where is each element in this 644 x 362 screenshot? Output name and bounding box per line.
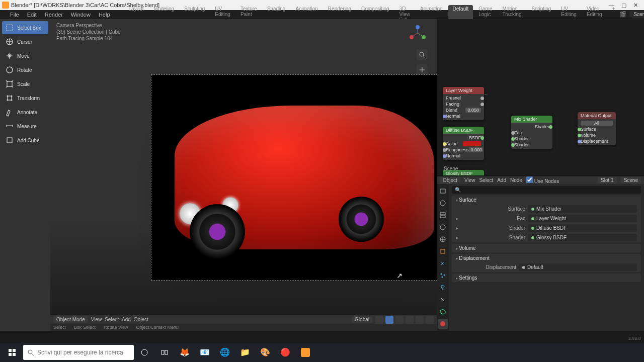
section-volume[interactable]: Volume — [452, 244, 641, 252]
tab-viewlayer[interactable] — [438, 210, 448, 220]
tab-particles[interactable] — [438, 270, 448, 281]
node-diffuse-bsdf[interactable]: Diffuse BSDF BSDF Color Roughness0.000 N… — [443, 127, 484, 160]
viewport-3d[interactable]: Camera Perspective (39) Scene Collection… — [50, 19, 437, 331]
fac-value[interactable]: Layer Weight — [528, 215, 637, 222]
app-icon-4[interactable]: 📁 — [235, 344, 255, 360]
status-boxselect: Box Select — [74, 325, 96, 330]
use-nodes-checkbox[interactable]: Use Nodes — [526, 176, 559, 184]
shading-wire-button[interactable] — [375, 316, 383, 324]
zoom-icon[interactable] — [417, 49, 428, 60]
taskbar-search[interactable] — [23, 345, 134, 360]
tab-output[interactable] — [438, 198, 448, 208]
menu-edit[interactable]: Edit — [23, 12, 41, 18]
node-header[interactable]: Mix Shader — [511, 116, 552, 123]
shader2-value[interactable]: Glossy BSDF — [528, 234, 637, 241]
svg-point-25 — [440, 225, 445, 230]
pause-button[interactable] — [426, 316, 434, 324]
tab-data[interactable] — [438, 307, 448, 317]
menu-window[interactable]: Window — [67, 12, 95, 18]
tool-icon — [5, 79, 14, 88]
svg-rect-40 — [162, 350, 164, 354]
node-layer-weight[interactable]: Layer Weight Fresnel Facing Blend0.050 N… — [443, 87, 484, 120]
node-header[interactable]: Diffuse BSDF — [443, 127, 484, 134]
tab-physics[interactable] — [438, 283, 448, 293]
tab-material[interactable] — [438, 319, 448, 329]
tab-render[interactable] — [438, 186, 448, 196]
svg-rect-0 — [7, 25, 13, 31]
orientation-selector[interactable]: Global — [352, 316, 372, 323]
app-blender-icon[interactable] — [296, 344, 315, 360]
menu-help[interactable]: Help — [95, 12, 114, 18]
section-surface[interactable]: Surface — [452, 196, 641, 204]
diffuse-color-swatch[interactable] — [463, 141, 481, 146]
menu-file[interactable]: File — [6, 12, 23, 18]
svg-rect-33 — [9, 349, 12, 352]
rendered-car — [175, 106, 435, 249]
tool-measure[interactable]: Measure — [2, 120, 48, 133]
close-button[interactable]: ✕ — [633, 2, 638, 9]
shading-matpreview-button[interactable] — [395, 316, 404, 324]
svg-rect-34 — [13, 349, 16, 352]
tab-scene[interactable] — [438, 222, 448, 232]
pan-icon[interactable] — [417, 64, 428, 75]
ne-menu-select[interactable]: Select — [479, 177, 493, 183]
surface-shader-value[interactable]: Mix Shader — [528, 205, 637, 213]
ne-menu-node[interactable]: Node — [510, 177, 522, 183]
node-editor[interactable]: Layer Weight Fresnel Facing Blend0.050 N… — [437, 19, 644, 176]
vp-menu-add[interactable]: Add — [122, 317, 131, 322]
tab-constraints[interactable] — [438, 295, 448, 305]
tool-cursor[interactable]: Cursor — [2, 35, 48, 48]
properties-search[interactable] — [452, 186, 641, 194]
output-target[interactable]: All — [581, 121, 613, 126]
shader1-value[interactable]: Diffuse BSDF — [528, 224, 637, 232]
shading-solid-button[interactable] — [385, 316, 393, 324]
vp-line2: (39) Scene Collection | Cube — [56, 29, 121, 35]
scene-selector[interactable]: Scene — [629, 11, 644, 18]
tool-select-box[interactable]: Select Box — [2, 21, 48, 34]
section-displacement[interactable]: Displacement — [452, 254, 641, 262]
svg-point-30 — [442, 277, 443, 278]
tool-rotate[interactable]: Rotate — [2, 63, 48, 76]
ne-menu-add[interactable]: Add — [497, 177, 506, 183]
slot-selector[interactable]: Slot 1 — [598, 177, 617, 184]
node-mix-shader[interactable]: Mix Shader Shader Fac Shader Shader — [511, 116, 552, 149]
section-settings[interactable]: Settings — [452, 274, 641, 282]
nav-gizmo[interactable] — [408, 23, 428, 43]
app-icon-2[interactable]: 📧 — [195, 344, 214, 360]
maximize-button[interactable]: ▢ — [621, 2, 626, 9]
tab-object[interactable] — [438, 246, 448, 256]
start-button[interactable] — [2, 344, 22, 360]
menu-render[interactable]: Render — [41, 12, 67, 18]
tool-annotate[interactable]: Annotate — [2, 106, 48, 119]
ne-menu-view[interactable]: View — [464, 177, 475, 183]
node-header[interactable]: Material Output — [578, 112, 616, 119]
diffuse-rough-value[interactable]: 0.000 — [469, 147, 483, 152]
taskbar-search-input[interactable] — [37, 349, 130, 356]
ne-scene-selector[interactable]: Scene — [621, 177, 641, 184]
svg-rect-41 — [165, 350, 168, 354]
tool-scale[interactable]: Scale — [2, 77, 48, 90]
displacement-value[interactable]: Default — [519, 263, 637, 271]
taskview-icon[interactable] — [155, 344, 174, 360]
cortana-icon[interactable] — [135, 344, 154, 360]
app-icon-6[interactable]: 🔴 — [276, 344, 295, 360]
app-icon-3[interactable]: 🌐 — [215, 344, 234, 360]
tool-add-cube[interactable]: Add Cube — [2, 134, 48, 147]
vp-menu-object[interactable]: Object — [134, 317, 148, 322]
app-icon-5[interactable]: 🎨 — [256, 344, 275, 360]
overlay-toggle[interactable] — [416, 316, 424, 324]
tab-world[interactable] — [438, 234, 448, 244]
vp-menu-select[interactable]: Select — [105, 317, 119, 322]
svg-point-32 — [440, 321, 445, 326]
vp-menu-view[interactable]: View — [91, 317, 102, 322]
tool-transform[interactable]: Transform — [2, 92, 48, 105]
mode-selector[interactable]: Object Mode — [53, 316, 88, 323]
node-header[interactable]: Layer Weight — [443, 87, 484, 94]
app-icon-1[interactable]: 🦊 — [175, 344, 194, 360]
node-material-output[interactable]: Material Output All Surface Volume Displ… — [578, 112, 616, 145]
blend-value[interactable]: 0.050 — [465, 108, 481, 113]
ne-object-selector[interactable]: Object — [440, 177, 460, 184]
shading-rendered-button[interactable] — [406, 316, 414, 324]
tab-modifiers[interactable] — [438, 258, 448, 268]
tool-move[interactable]: Move — [2, 49, 48, 62]
